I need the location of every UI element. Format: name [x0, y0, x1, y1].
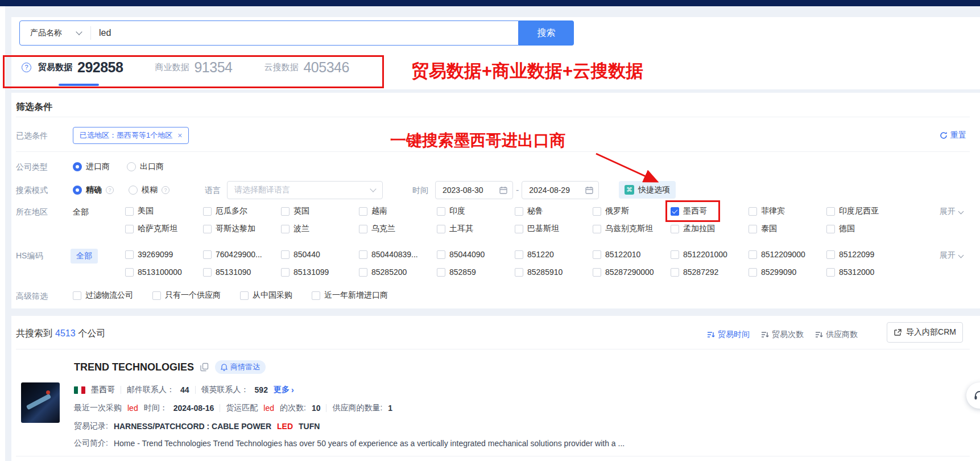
checkbox-icon: [749, 207, 757, 216]
hs-checkbox-item[interactable]: 85287290000: [593, 267, 671, 277]
hs-checkbox-item[interactable]: 85131090: [203, 267, 281, 277]
company-thumbnail[interactable]: [21, 382, 60, 423]
radio-importer[interactable]: 进口商: [73, 162, 110, 172]
language-select[interactable]: 请选择翻译语言: [227, 181, 383, 199]
sort-label: 贸易时间: [718, 330, 750, 340]
sort-trade-count[interactable]: 贸易次数: [761, 330, 804, 340]
hs-checkbox-item[interactable]: 39269099: [125, 250, 203, 259]
radio-exact[interactable]: 精确 ?: [73, 185, 114, 195]
radio-fuzzy[interactable]: 模糊 ?: [129, 185, 169, 195]
region-checkbox-item[interactable]: 孟加拉国: [671, 224, 749, 234]
region-checkbox-item[interactable]: 哥斯达黎加: [203, 224, 281, 234]
import-crm-button[interactable]: 导入内部CRM: [887, 322, 963, 343]
hs-expand-button[interactable]: 展开: [940, 250, 963, 261]
checkbox-label: 厄瓜多尔: [216, 206, 247, 216]
copy-icon[interactable]: [200, 363, 209, 372]
hs-checkbox-item[interactable]: 850440: [281, 250, 359, 259]
sort-trade-time[interactable]: 贸易时间: [707, 330, 750, 340]
checkbox-label: 85044090: [449, 250, 485, 259]
business-radar-badge[interactable]: 商情雷达: [215, 360, 266, 374]
hs-checkbox-item[interactable]: 85122099: [826, 250, 904, 259]
region-checkbox-item[interactable]: 德国: [826, 224, 904, 234]
description-label: 公司简介:: [74, 438, 108, 448]
radio-selected-icon: [73, 186, 82, 195]
checkbox-icon: [826, 268, 835, 277]
start-date-input[interactable]: 2023-08-30: [435, 181, 513, 199]
more-link[interactable]: 更多›: [274, 385, 294, 395]
region-all-button[interactable]: 全部: [73, 207, 89, 217]
hs-checkbox-item[interactable]: 852859: [437, 267, 515, 277]
hs-checkbox-item[interactable]: 85299090: [749, 267, 826, 277]
mexico-flag-icon: [74, 386, 85, 394]
sort-supplier-count[interactable]: 供应商数: [815, 330, 858, 340]
hs-checkbox-item[interactable]: 85285200: [359, 267, 437, 277]
hs-code-label: HS编码: [16, 251, 43, 261]
close-icon[interactable]: ×: [177, 131, 182, 140]
region-checkbox-item[interactable]: 波兰: [281, 224, 359, 234]
region-checkbox-item[interactable]: 厄瓜多尔: [203, 206, 281, 216]
region-checkbox-item[interactable]: 美国: [125, 206, 203, 216]
search-category-dropdown[interactable]: 产品名称: [20, 28, 90, 38]
search-input[interactable]: [91, 28, 518, 38]
advanced-checkbox-item[interactable]: 近一年新增进口商: [312, 290, 388, 301]
selected-conditions-label: 已选条件: [16, 131, 48, 141]
region-checkbox-item[interactable]: 乌克兰: [359, 224, 437, 234]
checkbox-label: 过滤物流公司: [85, 290, 133, 301]
import-crm-label: 导入内部CRM: [906, 327, 956, 337]
hs-checkbox-item[interactable]: 8512209000: [749, 250, 826, 259]
hs-checkbox-item[interactable]: 8513100000: [125, 267, 203, 277]
region-row-2: 哈萨克斯坦哥斯达黎加波兰乌克兰土耳其巴基斯坦乌兹别克斯坦孟加拉国泰国德国: [125, 224, 904, 234]
hs-checkbox-item[interactable]: 85312000: [826, 267, 904, 277]
hs-checkbox-item[interactable]: 85285910: [515, 267, 593, 277]
summary-suffix: 个公司: [78, 328, 106, 338]
region-checkbox-item[interactable]: 印度: [437, 206, 515, 216]
checkbox-label: 760429900...: [216, 250, 262, 259]
hs-checkbox-item[interactable]: 85287292: [671, 267, 749, 277]
region-checkbox-item[interactable]: 哈萨克斯坦: [125, 224, 203, 234]
hs-checkbox-item[interactable]: 85122010: [593, 250, 671, 259]
info-icon[interactable]: ?: [162, 186, 169, 194]
region-checkbox-item[interactable]: 乌兹别克斯坦: [593, 224, 671, 234]
info-icon[interactable]: ?: [106, 186, 114, 194]
region-checkbox-item[interactable]: 菲律宾: [749, 206, 826, 216]
region-checkbox-item[interactable]: 越南: [359, 206, 437, 216]
end-date-value: 2024-08-29: [529, 186, 570, 195]
hs-checkbox-item[interactable]: 850440839...: [359, 250, 437, 259]
company-name[interactable]: TREND TECHNOLOGIES: [74, 361, 194, 373]
region-checkbox-item[interactable]: 泰国: [749, 224, 826, 234]
checkbox-icon: [281, 225, 290, 233]
region-checkbox-item[interactable]: 土耳其: [437, 224, 515, 234]
checkbox-icon: [125, 225, 134, 233]
hs-all-button[interactable]: 全部: [71, 249, 98, 264]
hs-checkbox-item[interactable]: 85044090: [437, 250, 515, 259]
advanced-checkbox-item[interactable]: 过滤物流公司: [73, 290, 133, 301]
region-checkbox-item[interactable]: 英国: [281, 206, 359, 216]
region-checkbox-item[interactable]: 巴基斯坦: [515, 224, 593, 234]
checkbox-label: 乌兹别克斯坦: [605, 224, 653, 234]
sort-icon: [761, 331, 769, 339]
checkbox-label: 哈萨克斯坦: [138, 224, 177, 234]
divider: [16, 456, 970, 456]
radio-exporter[interactable]: 出口商: [127, 162, 164, 172]
selected-region-tag[interactable]: 已选地区：墨西哥等1个地区 ×: [73, 127, 189, 144]
region-checkbox-item[interactable]: 俄罗斯: [593, 206, 671, 216]
hs-checkbox-item[interactable]: 8512201000: [671, 250, 749, 259]
divider: [326, 404, 326, 412]
checkbox-label: 乌克兰: [371, 224, 395, 234]
reset-label: 重置: [950, 130, 966, 141]
hs-checkbox-item[interactable]: 85131099: [281, 267, 359, 277]
checkbox-icon: [515, 225, 523, 233]
freight-count-label: 的次数:: [280, 403, 306, 413]
linkedin-contacts-label: 领英联系人：: [201, 385, 249, 395]
checkbox-icon: [312, 291, 320, 300]
region-checkbox-item[interactable]: 秘鲁: [515, 206, 593, 216]
reset-button[interactable]: 重置: [940, 130, 966, 141]
advanced-checkbox-item[interactable]: 从中国采购: [240, 290, 292, 301]
search-button[interactable]: 搜索: [519, 20, 574, 46]
advanced-checkbox-item[interactable]: 只有一个供应商: [152, 290, 221, 301]
hs-checkbox-item[interactable]: 851220: [515, 250, 593, 259]
region-expand-button[interactable]: 展开: [940, 207, 963, 217]
region-checkbox-item[interactable]: 印度尼西亚: [826, 206, 904, 216]
checkbox-icon: [359, 250, 367, 259]
hs-checkbox-item[interactable]: 760429900...: [203, 250, 281, 259]
